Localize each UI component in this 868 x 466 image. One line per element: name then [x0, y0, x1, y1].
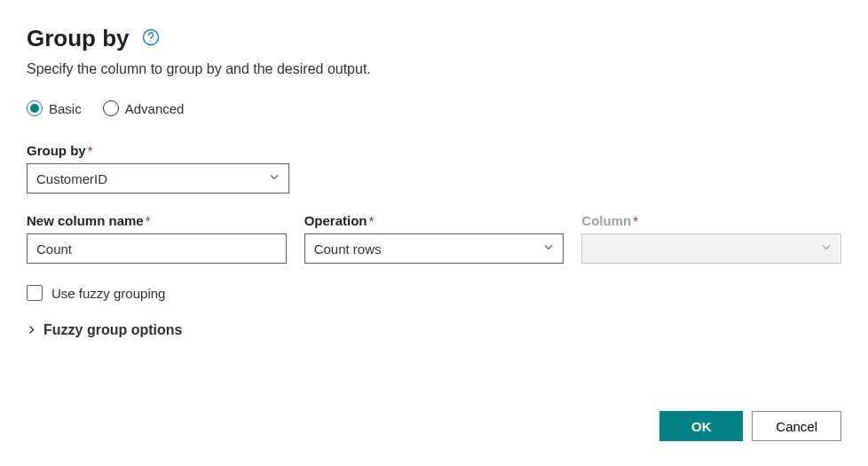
- radio-icon: [27, 100, 43, 116]
- dialog-subtitle: Specify the column to group by and the d…: [27, 61, 841, 77]
- group-by-select[interactable]: CustomerID: [27, 163, 289, 194]
- radio-basic[interactable]: Basic: [27, 100, 82, 116]
- help-icon[interactable]: [142, 28, 160, 49]
- svg-point-1: [150, 41, 151, 42]
- radio-basic-label: Basic: [49, 101, 82, 116]
- cancel-button[interactable]: Cancel: [752, 411, 841, 441]
- column-select: [581, 233, 841, 264]
- operation-label: Operation*: [304, 213, 564, 228]
- column-label: Column*: [581, 213, 841, 228]
- dialog-title: Group by: [27, 25, 130, 52]
- checkbox-icon: [27, 285, 43, 301]
- mode-radio-group: Basic Advanced: [27, 100, 841, 116]
- fuzzy-grouping-checkbox[interactable]: Use fuzzy grouping: [27, 285, 841, 301]
- fuzzy-options-expander[interactable]: Fuzzy group options: [27, 322, 841, 338]
- radio-advanced-label: Advanced: [125, 101, 185, 116]
- radio-advanced[interactable]: Advanced: [103, 100, 185, 116]
- radio-icon: [103, 100, 119, 116]
- group-by-label: Group by*: [27, 143, 841, 158]
- new-column-input[interactable]: [27, 233, 287, 264]
- new-column-label: New column name*: [27, 213, 287, 228]
- fuzzy-options-label: Fuzzy group options: [43, 322, 182, 338]
- operation-select[interactable]: Count rows: [304, 233, 564, 264]
- fuzzy-grouping-label: Use fuzzy grouping: [51, 286, 165, 301]
- chevron-right-icon: [27, 323, 36, 337]
- ok-button[interactable]: OK: [659, 411, 743, 441]
